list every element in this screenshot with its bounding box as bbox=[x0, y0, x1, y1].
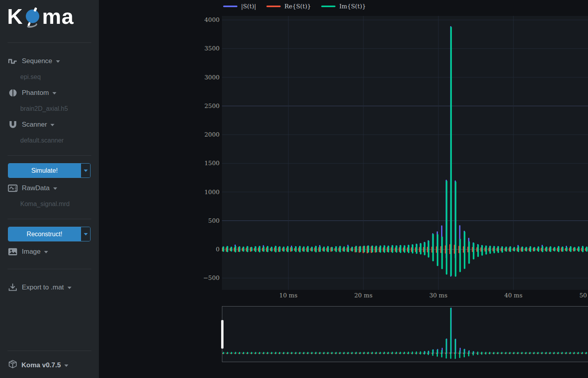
legend-item-2[interactable]: Im{S(t)} bbox=[321, 3, 366, 10]
logo-text-k: K bbox=[7, 4, 23, 29]
sidebar-item-export[interactable]: Export to .mat bbox=[8, 283, 71, 292]
legend-swatch bbox=[321, 6, 335, 7]
chevron-down-icon bbox=[52, 92, 56, 94]
reconstruct-button-group: Reconstruct! bbox=[8, 227, 91, 241]
x-tick-label: 10 ms bbox=[274, 291, 302, 299]
version-label: Koma v0.7.5 bbox=[21, 361, 61, 369]
sidebar-item-rawdata[interactable]: RawData bbox=[8, 183, 57, 193]
sidebar-item-sequence[interactable]: Sequence bbox=[8, 56, 60, 66]
pulse-sequence-icon bbox=[8, 56, 17, 66]
chevron-down-icon bbox=[64, 364, 68, 367]
legend-label: |S(t)| bbox=[241, 3, 256, 10]
version-selector[interactable]: Koma v0.7.5 bbox=[8, 359, 68, 371]
koma-logo: K ma bbox=[7, 4, 74, 29]
chevron-down-icon bbox=[50, 124, 54, 126]
simulate-button[interactable]: Simulate! bbox=[8, 164, 81, 177]
legend-swatch bbox=[223, 6, 237, 7]
chevron-down-icon bbox=[44, 251, 48, 253]
chart-panel: |S(t)|Re{S(t)}Im{S(t)} −5000500100015002… bbox=[99, 0, 588, 378]
chevron-down-icon bbox=[84, 170, 88, 172]
sidebar: K ma Sequence epi.seq Phantom brain2D_ax… bbox=[0, 0, 99, 378]
y-tick-label: 0 bbox=[197, 245, 220, 253]
sidebar-item-label: Image bbox=[22, 248, 40, 256]
y-tick-label: 4000 bbox=[197, 16, 220, 24]
rawdata-file[interactable]: Koma_signal.mrd bbox=[20, 201, 70, 208]
divider bbox=[8, 351, 91, 351]
chevron-down-icon bbox=[53, 187, 57, 190]
y-tick-label: 3500 bbox=[197, 44, 220, 52]
sidebar-item-label: Phantom bbox=[22, 89, 49, 97]
package-icon bbox=[8, 359, 17, 371]
reconstruct-dropdown-button[interactable] bbox=[81, 227, 90, 241]
y-tick-label: 3000 bbox=[197, 73, 220, 81]
y-tick-label: 1500 bbox=[197, 159, 220, 167]
legend-label: Im{S(t)} bbox=[339, 3, 366, 10]
simulate-button-group: Simulate! bbox=[8, 163, 91, 178]
x-tick-label: 40 ms bbox=[499, 291, 527, 299]
x-tick-label: 50 ms bbox=[575, 291, 588, 299]
divider bbox=[8, 269, 91, 269]
image-icon bbox=[8, 247, 17, 256]
chevron-down-icon bbox=[84, 233, 88, 235]
legend-item-1[interactable]: Re{S(t)} bbox=[266, 3, 311, 10]
legend-item-0[interactable]: |S(t)| bbox=[223, 3, 256, 10]
sidebar-item-label: Scanner bbox=[22, 121, 47, 129]
y-tick-label: 500 bbox=[197, 217, 220, 225]
sidebar-item-scanner[interactable]: Scanner bbox=[8, 120, 54, 129]
logo-text-ma: ma bbox=[42, 4, 74, 29]
plot-area[interactable] bbox=[222, 16, 588, 290]
range-slider[interactable] bbox=[222, 306, 588, 362]
divider bbox=[8, 219, 91, 219]
x-tick-label: 30 ms bbox=[424, 291, 452, 299]
sidebar-item-image[interactable]: Image bbox=[8, 247, 48, 256]
chevron-down-icon bbox=[56, 60, 60, 63]
scanner-file[interactable]: default.scanner bbox=[20, 137, 64, 144]
sidebar-item-label: Export to .mat bbox=[22, 284, 64, 291]
globe-icon bbox=[23, 6, 42, 29]
y-tick-label: 2500 bbox=[197, 102, 220, 110]
sidebar-item-label: RawData bbox=[22, 184, 50, 192]
legend-label: Re{S(t)} bbox=[284, 3, 311, 10]
chevron-down-icon bbox=[67, 287, 71, 289]
reconstruct-button[interactable]: Reconstruct! bbox=[8, 227, 81, 241]
oscilloscope-icon bbox=[8, 183, 17, 193]
brain-icon bbox=[8, 88, 17, 98]
simulate-dropdown-button[interactable] bbox=[81, 164, 90, 177]
x-tick-label: 20 ms bbox=[349, 291, 377, 299]
sidebar-item-label: Sequence bbox=[22, 57, 52, 65]
phantom-file[interactable]: brain2D_axial.h5 bbox=[20, 105, 68, 112]
magnet-icon bbox=[8, 120, 17, 129]
y-tick-label: 2000 bbox=[197, 131, 220, 139]
legend-swatch bbox=[266, 6, 281, 7]
range-slider-handle-left[interactable] bbox=[221, 320, 224, 349]
divider bbox=[8, 42, 91, 43]
download-icon bbox=[8, 283, 17, 292]
y-tick-label: −500 bbox=[197, 274, 220, 282]
chart-legend: |S(t)|Re{S(t)}Im{S(t)} bbox=[223, 3, 366, 10]
y-tick-label: 1000 bbox=[197, 188, 220, 196]
sequence-file[interactable]: epi.seq bbox=[20, 73, 41, 81]
sidebar-item-phantom[interactable]: Phantom bbox=[8, 88, 56, 98]
divider bbox=[8, 155, 91, 156]
